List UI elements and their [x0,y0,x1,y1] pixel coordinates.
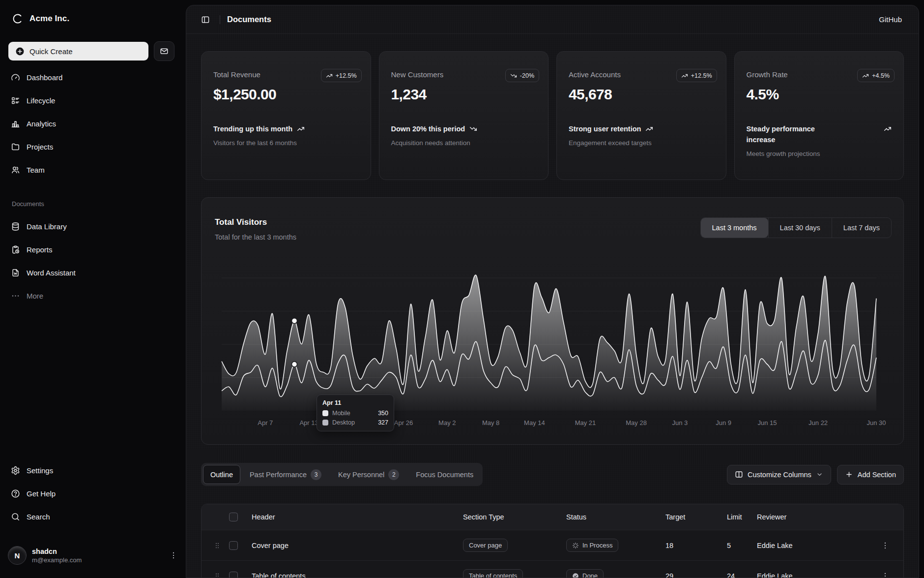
sidebar-toggle-button[interactable] [198,12,213,27]
sidebar: Acme Inc. Quick Create DashboardLifecycl… [0,0,186,578]
row-checkbox[interactable] [229,541,238,550]
trend-badge: +4.5% [857,69,895,82]
row-header[interactable]: Table of contents [247,572,458,578]
brand-name: Acme Inc. [29,14,69,24]
sidebar-nav-documents: Data LibraryReportsWord AssistantMore [4,216,182,305]
sidebar-item-label: Lifecycle [27,96,55,105]
trending-up-icon [862,72,869,79]
tooltip-series-value: 327 [378,419,388,426]
trending-up-icon [884,125,892,133]
add-section-button[interactable]: Add Section [837,465,904,485]
svg-text:May 8: May 8 [482,419,499,426]
trending-up-icon [681,72,688,79]
sidebar-item-word-assistant[interactable]: Word Assistant [4,263,182,282]
row-checkbox[interactable] [229,572,238,578]
user-name: shadcn [32,548,82,555]
inbox-button[interactable] [154,41,174,61]
help-icon [11,489,20,498]
sidebar-item-label: Get Help [27,489,56,498]
database-icon [11,222,20,231]
plus-icon [845,470,853,479]
stat-card-1: Total Revenue+12.5%$1,250.00Trending up … [201,51,371,180]
svg-text:Apr 7: Apr 7 [258,419,273,426]
trending-up-icon [297,125,305,133]
columns-icon [735,470,743,479]
avatar: N [8,546,27,565]
gauge-icon [11,73,20,82]
col-section-type: Section Type [458,513,561,521]
limit-value: 5 [711,542,753,549]
sidebar-item-reports[interactable]: Reports [4,240,182,259]
section-type-badge: Table of contents [463,569,523,578]
sidebar-item-label: Analytics [27,120,56,128]
drag-handle-icon[interactable] [213,572,221,578]
area-chart[interactable]: Apr 7Apr 13Apr 19Apr 26May 2May 8May 14M… [213,232,893,429]
org-switcher[interactable]: Acme Inc. [8,11,73,27]
sidebar-item-label: More [27,292,43,300]
sidebar-item-dashboard[interactable]: Dashboard [4,67,182,87]
tab-key-personnel[interactable]: Key Personnel2 [331,465,406,484]
row-menu-icon[interactable] [881,572,890,578]
tooltip-row: Desktop327 [322,419,388,426]
svg-text:Apr 26: Apr 26 [394,419,413,426]
customize-columns-button[interactable]: Customize Columns [727,465,831,485]
page-title: Documents [227,15,271,24]
sidebar-nav-main: DashboardLifecycleAnalyticsProjectsTeam [4,67,182,180]
user-menu[interactable]: N shadcn m@example.com [4,540,182,571]
chart-tooltip: Apr 11 Mobile350Desktop327 [317,395,394,431]
tooltip-series-label: Desktop [332,419,355,426]
row-header[interactable]: Cover page [247,542,458,549]
check-circle-icon [572,573,579,578]
stat-card-value: $1,250.00 [213,85,359,104]
tab-label: Focus Documents [416,471,473,479]
sidebar-item-more[interactable]: More [4,286,182,305]
search-icon [11,512,20,521]
select-all-checkbox[interactable] [229,513,238,521]
row-menu-icon[interactable] [881,541,890,550]
sidebar-item-projects[interactable]: Projects [4,137,182,156]
tab-focus-documents[interactable]: Focus Documents [408,465,481,484]
col-reviewer: Reviewer [753,513,851,521]
trend-badge: -20% [505,69,539,82]
add-section-label: Add Section [858,471,896,479]
tab-past-performance[interactable]: Past Performance3 [242,465,329,484]
drag-handle-icon[interactable] [213,542,221,549]
sidebar-item-search[interactable]: Search [4,507,182,526]
sidebar-item-lifecycle[interactable]: Lifecycle [4,91,182,110]
sidebar-item-label: Search [27,513,50,521]
sidebar-nav-footer: SettingsGet HelpSearch [4,460,182,526]
sidebar-item-label: Settings [27,466,53,475]
stat-card-value: 4.5% [747,85,892,104]
tab-count-badge: 3 [311,469,321,480]
folder-icon [11,142,20,152]
sidebar-item-get-help[interactable]: Get Help [4,484,182,503]
svg-text:Jun 22: Jun 22 [808,419,828,426]
sidebar-item-analytics[interactable]: Analytics [4,114,182,133]
quick-create-button[interactable]: Quick Create [8,42,148,61]
github-link[interactable]: GitHub [874,12,907,27]
trending-up-icon [326,72,333,79]
sidebar-item-settings[interactable]: Settings [4,460,182,480]
stat-card-subtext: Engagement exceed targets [569,138,714,148]
sidebar-item-label: Projects [27,143,53,151]
stat-card-3: Active Accounts+12.5%45,678Strong user r… [556,51,726,180]
sidebar-item-team[interactable]: Team [4,160,182,180]
target-value: 29 [655,572,711,578]
tooltip-row: Mobile350 [322,410,388,417]
series-swatch [322,410,328,416]
sidebar-item-data-library[interactable]: Data Library [4,216,182,236]
reviewer-value: Eddie Lake [753,542,851,549]
tab-outline[interactable]: Outline [203,465,240,484]
sidebar-item-label: Team [27,166,45,174]
list-details-icon [11,96,20,105]
svg-text:Jun 30: Jun 30 [866,419,886,426]
ellipsis-vertical-icon[interactable] [169,551,178,560]
chart-title: Total Visitors [215,217,267,227]
target-value: 18 [655,542,711,549]
stat-cards: Total Revenue+12.5%$1,250.00Trending up … [201,51,904,180]
chevron-down-icon [816,471,823,478]
trend-badge: +12.5% [321,69,362,82]
user-email: m@example.com [32,556,82,564]
stat-card-subtext: Visitors for the last 6 months [213,138,359,148]
divider [220,15,220,24]
